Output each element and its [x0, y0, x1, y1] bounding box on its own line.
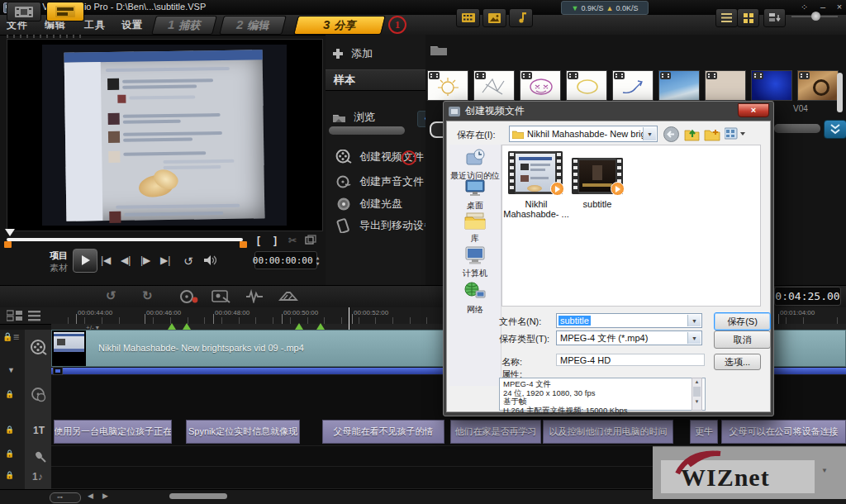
thumb-size-slider-knob[interactable]: [811, 12, 820, 21]
tab-edit[interactable]: 2编辑: [219, 16, 287, 35]
subtitle-clip-1[interactable]: 使用另一台电脑定位孩子正在: [54, 420, 172, 444]
end-button[interactable]: ▶|: [160, 254, 170, 266]
timeline-hscrollbar-thumb[interactable]: [169, 493, 227, 499]
scroll-right-button[interactable]: ▶: [102, 492, 108, 500]
mark-out-button[interactable]: ]: [273, 235, 277, 246]
gallery-item-sample[interactable]: 样本: [326, 69, 433, 91]
dropdown-arrow-icon[interactable]: ▼: [643, 127, 656, 140]
tab-capture[interactable]: 1捕获: [151, 16, 217, 35]
library-thumb-7[interactable]: [705, 70, 746, 101]
player-timecode[interactable]: 00:00:00:00 ▲▼: [254, 251, 317, 269]
dropdown-arrow-icon[interactable]: ▼: [687, 315, 701, 326]
filter-video-button[interactable]: [456, 8, 480, 27]
volume-icon[interactable]: [203, 254, 216, 266]
voice-lock-icon[interactable]: 🔒: [5, 449, 14, 458]
dropdown-arrow-icon[interactable]: ▼: [687, 332, 701, 344]
expand-library-button[interactable]: [824, 120, 846, 139]
redo-button[interactable]: ↻: [142, 288, 153, 303]
add-gallery-button[interactable]: 添加: [332, 46, 373, 61]
save-in-dropdown[interactable]: Nikhil Mahashabde- New brightsparks ▼: [509, 126, 658, 142]
create-sound-file-button[interactable]: 创建声音文件: [335, 174, 424, 189]
undo-button[interactable]: ↺: [106, 288, 116, 303]
dialog-title-bar[interactable]: 创建视频文件: [444, 102, 773, 121]
cancel-button[interactable]: 取消: [714, 330, 771, 349]
library-thumb-3[interactable]: [520, 70, 561, 101]
library-scrollbar-thumb[interactable]: [837, 73, 843, 112]
storyboard-view-button[interactable]: [7, 2, 41, 21]
filter-audio-button[interactable]: [509, 8, 533, 27]
dialog-close-button[interactable]: ×: [738, 103, 769, 117]
subtitle-clip-4[interactable]: 他们在家是否再学习: [450, 420, 541, 444]
chapter-marker-icon[interactable]: [316, 323, 325, 330]
title-lock-icon[interactable]: 🔒: [5, 426, 14, 434]
screenshot-icon[interactable]: [212, 289, 231, 303]
view-menu-icon[interactable]: [725, 127, 746, 141]
subtitle-clip-3[interactable]: 父母能在看不见孩子的情: [322, 420, 444, 444]
create-disc-button[interactable]: 创建光盘: [335, 197, 402, 212]
mode-clip-label[interactable]: 素材: [50, 262, 68, 274]
prev-frame-button[interactable]: ◀|: [121, 254, 131, 266]
library-thumb-4[interactable]: [566, 70, 607, 101]
subtitle-clip-5[interactable]: 以及控制他们使用电脑的时间: [543, 420, 673, 444]
place-network[interactable]: 网络: [449, 281, 501, 316]
scrubber-track[interactable]: [7, 238, 243, 241]
track-manager-icon[interactable]: [7, 310, 23, 321]
file-item-subtitle[interactable]: [572, 158, 623, 194]
menu-settings[interactable]: 设置: [121, 18, 143, 32]
overlay-lock-icon[interactable]: 🔒: [5, 390, 14, 398]
grid-view-button[interactable]: [737, 8, 759, 27]
audio-waveform-icon[interactable]: [245, 289, 264, 303]
back-nav-icon[interactable]: [663, 126, 679, 142]
library-folder-icon[interactable]: [430, 43, 448, 56]
ripple-edit-all-icon[interactable]: 🔒≣: [2, 332, 20, 341]
network-speed-widget[interactable]: ▼ 0.9K/S ▲ 0.0K/S: [561, 1, 649, 15]
library-thumb-5[interactable]: [612, 70, 654, 101]
play-button[interactable]: [73, 249, 97, 273]
tab-share[interactable]: 3分享: [293, 16, 386, 35]
properties-scrollbar[interactable]: ▲▼: [692, 378, 702, 411]
trim-start-handle[interactable]: [4, 241, 12, 248]
mode-project-label[interactable]: 项目: [50, 250, 68, 262]
minimize-button[interactable]: –: [816, 2, 829, 12]
repeat-button[interactable]: ↺: [183, 254, 193, 268]
menu-tools[interactable]: 工具: [84, 18, 106, 32]
panel-scrollbar[interactable]: [329, 126, 405, 135]
library-thumb-1[interactable]: [427, 70, 468, 101]
scrubber-playhead[interactable]: [5, 229, 15, 236]
library-thumb-6[interactable]: [658, 70, 700, 101]
place-computer[interactable]: 计算机: [449, 245, 501, 279]
record-capture-icon[interactable]: [178, 289, 200, 304]
music-lock-icon[interactable]: 🔒: [5, 471, 14, 479]
save-button[interactable]: 保存(S): [714, 312, 771, 330]
enlarge-preview-icon[interactable]: [305, 235, 316, 245]
filename-input[interactable]: subtitle ▼: [556, 313, 702, 328]
browse-button[interactable]: 浏览: [332, 110, 375, 125]
up-folder-icon[interactable]: [684, 126, 700, 141]
scroll-left-button[interactable]: ◀: [88, 492, 93, 500]
filetype-dropdown[interactable]: MPEG-4 文件 (*.mp4) ▼: [556, 330, 702, 345]
list-view-button[interactable]: [715, 8, 738, 27]
options-button[interactable]: 选项...: [714, 354, 761, 370]
timeline-view-button[interactable]: [46, 2, 84, 21]
snap-layout-icon[interactable]: ⁘: [798, 2, 811, 12]
scroll-mode-toggle[interactable]: ⊶: [50, 492, 81, 503]
chapter-marker-icon[interactable]: [295, 323, 303, 330]
subtitle-clip-7[interactable]: 父母可以在公司将设备连接: [721, 420, 846, 444]
sound-mixer-icon[interactable]: [278, 289, 299, 303]
track-list-icon[interactable]: [28, 310, 41, 321]
timecode-spinner[interactable]: ▲▼: [316, 254, 320, 266]
chapter-marker-icon[interactable]: [183, 323, 191, 330]
split-clip-icon[interactable]: ✂: [288, 235, 297, 246]
library-hscrollbar[interactable]: [774, 124, 820, 133]
library-thumb-9[interactable]: [797, 70, 839, 101]
file-item-nikhil[interactable]: [508, 151, 563, 194]
trim-end-handle[interactable]: [240, 241, 247, 248]
export-mobile-button[interactable]: 导出到移动设备: [335, 218, 435, 233]
library-thumb-2[interactable]: [473, 70, 515, 101]
subtitle-clip-6[interactable]: 更牛: [690, 420, 718, 444]
next-frame-button[interactable]: |▶: [140, 254, 150, 266]
sort-button[interactable]: [763, 8, 786, 27]
place-libraries[interactable]: 库: [449, 210, 501, 245]
home-button[interactable]: |◀: [101, 254, 111, 266]
place-desktop[interactable]: 桌面: [449, 178, 501, 212]
